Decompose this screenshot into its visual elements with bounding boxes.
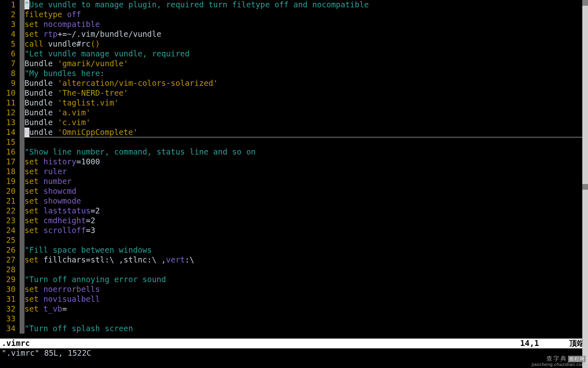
fold-column[interactable]: [20, 39, 24, 49]
code-text[interactable]: "Use vundle to manage plugin, required t…: [24, 0, 582, 10]
fold-column[interactable]: [20, 49, 24, 59]
code-text[interactable]: set novisualbell: [24, 294, 582, 304]
code-line[interactable]: 18set ruler: [0, 167, 582, 177]
command-line[interactable]: ".vimrc" 85L, 1522C: [0, 348, 588, 358]
fold-column[interactable]: [20, 147, 24, 157]
fold-column[interactable]: [20, 265, 24, 275]
code-line[interactable]: 19set number: [0, 177, 582, 186]
code-text[interactable]: set history=1000: [24, 157, 582, 167]
code-text[interactable]: [24, 265, 582, 275]
scrollbar[interactable]: [582, 0, 588, 368]
code-line[interactable]: 9Bundle 'altercation/vim-colors-solarize…: [0, 79, 582, 88]
fold-column[interactable]: [20, 186, 24, 196]
code-line[interactable]: 4set rtp+=~/.vim/bundle/vundle: [0, 29, 582, 39]
fold-column[interactable]: [20, 59, 24, 69]
code-line[interactable]: 10Bundle 'The-NERD-tree': [0, 88, 582, 98]
code-line[interactable]: 20set showcmd: [0, 186, 582, 196]
code-line[interactable]: 33: [0, 314, 582, 324]
fold-column[interactable]: [20, 294, 24, 304]
code-line[interactable]: 15: [0, 137, 582, 147]
code-text[interactable]: Bundle 'c.vim': [24, 118, 582, 128]
code-line[interactable]: 6"Let vundle manage vundle, required: [0, 49, 582, 59]
code-text[interactable]: Bundle 'gmarik/vundle': [24, 59, 582, 69]
code-line[interactable]: 14Bundle 'OmniCppComplete': [0, 128, 582, 137]
code-text[interactable]: set showmode: [24, 196, 582, 206]
code-text[interactable]: "Let vundle manage vundle, required: [24, 49, 582, 59]
fold-column[interactable]: [20, 216, 24, 226]
fold-column[interactable]: [20, 226, 24, 236]
code-line[interactable]: 28: [0, 265, 582, 275]
code-text[interactable]: set nocompatible: [24, 20, 582, 29]
fold-column[interactable]: [20, 157, 24, 167]
code-line[interactable]: 1"Use vundle to manage plugin, required …: [0, 0, 582, 10]
fold-column[interactable]: [20, 314, 24, 324]
code-text[interactable]: set scrolloff=3: [24, 226, 582, 236]
code-text[interactable]: set cmdheight=2: [24, 216, 582, 226]
fold-column[interactable]: [20, 324, 24, 334]
code-line[interactable]: 17set history=1000: [0, 157, 582, 167]
code-line[interactable]: 32set t_vb=: [0, 304, 582, 314]
scrollbar-thumb[interactable]: [582, 184, 588, 190]
code-line[interactable]: 3set nocompatible: [0, 20, 582, 29]
code-line[interactable]: 12Bundle 'a.vim': [0, 108, 582, 118]
code-text[interactable]: set ruler: [24, 167, 582, 177]
fold-column[interactable]: [20, 255, 24, 265]
code-text[interactable]: Bundle 'OmniCppComplete': [24, 128, 582, 137]
code-line[interactable]: 24set scrolloff=3: [0, 226, 582, 236]
code-text[interactable]: Bundle 'taglist.vim': [24, 98, 582, 108]
code-text[interactable]: Bundle 'a.vim': [24, 108, 582, 118]
code-text[interactable]: set t_vb=: [24, 304, 582, 314]
fold-column[interactable]: [20, 88, 24, 98]
fold-column[interactable]: [20, 196, 24, 206]
code-line[interactable]: 2filetype off: [0, 10, 582, 20]
code-text[interactable]: "My bundles here:: [24, 69, 582, 79]
fold-column[interactable]: [20, 236, 24, 245]
code-line[interactable]: 25: [0, 236, 582, 245]
fold-column[interactable]: [20, 20, 24, 29]
code-text[interactable]: [24, 137, 582, 147]
fold-column[interactable]: [20, 245, 24, 255]
fold-column[interactable]: [20, 304, 24, 314]
code-line[interactable]: 29"Turn off annoying error sound: [0, 275, 582, 285]
code-text[interactable]: Bundle 'The-NERD-tree': [24, 88, 582, 98]
code-text[interactable]: [24, 236, 582, 245]
fold-column[interactable]: [20, 98, 24, 108]
fold-column[interactable]: [20, 285, 24, 294]
fold-column[interactable]: [20, 275, 24, 285]
fold-column[interactable]: [20, 29, 24, 39]
fold-column[interactable]: [20, 10, 24, 20]
code-line[interactable]: 31set novisualbell: [0, 294, 582, 304]
code-text[interactable]: set number: [24, 177, 582, 186]
code-line[interactable]: 16"Show line number, command, status lin…: [0, 147, 582, 157]
code-text[interactable]: Bundle 'altercation/vim-colors-solarized…: [24, 79, 582, 88]
code-line[interactable]: 21set showmode: [0, 196, 582, 206]
code-line[interactable]: 7Bundle 'gmarik/vundle': [0, 59, 582, 69]
fold-column[interactable]: [20, 69, 24, 79]
fold-column[interactable]: [20, 167, 24, 177]
fold-column[interactable]: [20, 177, 24, 186]
scrollbar-thumb-top[interactable]: [582, 0, 588, 6]
code-line[interactable]: 30set noerrorbells: [0, 285, 582, 294]
fold-column[interactable]: [20, 118, 24, 128]
code-text[interactable]: set showcmd: [24, 186, 582, 196]
code-line[interactable]: 8"My bundles here:: [0, 69, 582, 79]
fold-column[interactable]: [20, 108, 24, 118]
code-line[interactable]: 23set cmdheight=2: [0, 216, 582, 226]
fold-column[interactable]: [20, 137, 24, 147]
fold-column[interactable]: [20, 79, 24, 88]
code-text[interactable]: filetype off: [24, 10, 582, 20]
code-text[interactable]: "Show line number, command, status line …: [24, 147, 582, 157]
code-text[interactable]: "Fill space between windows: [24, 245, 582, 255]
code-line[interactable]: 27set fillchars=stl:\ ,stlnc:\ ,vert:\: [0, 255, 582, 265]
code-text[interactable]: "Turn off splash screen: [24, 324, 582, 334]
code-text[interactable]: set rtp+=~/.vim/bundle/vundle: [24, 29, 582, 39]
code-line[interactable]: 22set laststatus=2: [0, 206, 582, 216]
fold-column[interactable]: [20, 206, 24, 216]
code-text[interactable]: "Turn off annoying error sound: [24, 275, 582, 285]
code-text[interactable]: set fillchars=stl:\ ,stlnc:\ ,vert:\: [24, 255, 582, 265]
code-text[interactable]: [24, 314, 582, 324]
code-line[interactable]: 26"Fill space between windows: [0, 245, 582, 255]
code-viewport[interactable]: 1"Use vundle to manage plugin, required …: [0, 0, 582, 339]
code-line[interactable]: 5call vundle#rc(): [0, 39, 582, 49]
code-text[interactable]: set laststatus=2: [24, 206, 582, 216]
